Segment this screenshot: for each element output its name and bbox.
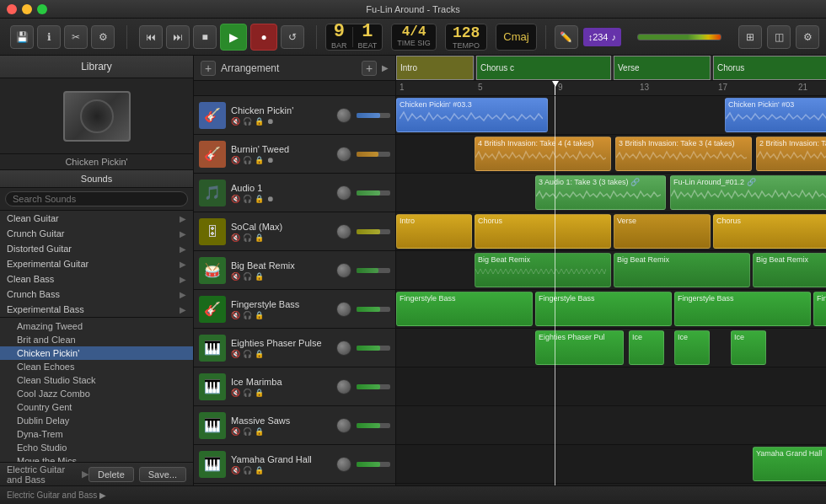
mute-btn-9[interactable]: 🔇: [231, 427, 240, 436]
track-vol-9[interactable]: [357, 423, 390, 428]
category-clean-guitar[interactable]: Clean Guitar ▶: [0, 211, 193, 226]
minimize-button[interactable]: [22, 4, 32, 14]
clip-intro[interactable]: Intro: [396, 214, 472, 249]
track-header-massive-saws[interactable]: 🎹 Massive Saws 🔇 🎧 🔒: [194, 406, 395, 445]
clip-bass-3[interactable]: Fingerstyle Bass: [674, 292, 811, 326]
lane-string-ensemble[interactable]: [396, 484, 826, 485]
mixer-button[interactable]: ⊞: [738, 25, 762, 49]
track-vol-8[interactable]: [357, 384, 390, 389]
lock-btn-1[interactable]: 🔒: [255, 117, 264, 126]
track-pan-4[interactable]: [336, 224, 351, 239]
track-vol-1[interactable]: [357, 113, 390, 118]
chorus-section2[interactable]: Chorus: [713, 56, 826, 80]
clip-audio-2[interactable]: Fu-Lin Around_#01.2 🔗: [670, 175, 826, 210]
preset-amazing-tweed[interactable]: Amazing Tweed: [0, 319, 193, 333]
clip-british-3[interactable]: 2 British Invasion: Take 2 (4 takes): [756, 137, 826, 171]
solo-btn-1[interactable]: 🎧: [243, 117, 252, 126]
delete-button[interactable]: Delete: [88, 467, 134, 482]
track-pan-10[interactable]: [336, 457, 351, 472]
solo-btn-3[interactable]: 🎧: [243, 195, 252, 203]
collapse-button[interactable]: ▶: [382, 63, 389, 72]
solo-btn-10[interactable]: 🎧: [243, 466, 252, 475]
lock-btn-5[interactable]: 🔒: [255, 272, 264, 281]
position-display[interactable]: 9 BAR 1 BEAT: [325, 24, 383, 51]
settings-button[interactable]: ⚙: [91, 25, 115, 49]
track-header-socal[interactable]: 🎛 SoCal (Max) 🔇 🎧 🔒: [194, 212, 395, 251]
mute-btn-6[interactable]: 🔇: [231, 311, 240, 319]
track-header-fingerstyle-bass[interactable]: 🎸 Fingerstyle Bass 🔇 🎧 🔒: [194, 290, 395, 329]
clip-british-2[interactable]: 3 British Invasion: Take 3 (4 takes): [615, 137, 752, 171]
lane-burnin-tweed[interactable]: 4 British Invasion: Take 4 (4 takes) 3 B…: [396, 135, 826, 174]
clip-chicken-2[interactable]: Chicken Pickin' #03: [725, 98, 826, 132]
lane-audio1[interactable]: 3 Audio 1: Take 3 (3 takes) 🔗 Fu-Lin Aro…: [396, 174, 826, 212]
clip-verse[interactable]: Verse: [614, 214, 711, 249]
master-volume[interactable]: [637, 34, 721, 40]
preset-dublin-delay[interactable]: Dublin Delay: [0, 414, 193, 427]
track-vol-6[interactable]: [357, 307, 390, 312]
clip-chicken-1[interactable]: Chicken Pickin' #03.3: [396, 98, 548, 132]
time-sig-display[interactable]: 4/4 TIME SIG: [391, 24, 437, 51]
mute-btn-1[interactable]: 🔇: [231, 117, 240, 126]
track-header-burnin-tweed[interactable]: 🎸 Burnin' Tweed 🔇 🎧 🔒 ⏺: [194, 135, 395, 174]
chorus-section[interactable]: Chorus c: [476, 56, 611, 80]
track-vol-5[interactable]: [357, 268, 390, 273]
mute-btn-5[interactable]: 🔇: [231, 272, 240, 281]
track-header-big-beat[interactable]: 🥁 Big Beat Remix 🔇 🎧 🔒: [194, 251, 395, 290]
solo-btn-6[interactable]: 🎧: [243, 311, 252, 319]
add-track-button[interactable]: +: [201, 61, 216, 76]
lock-btn-4[interactable]: 🔒: [255, 233, 264, 242]
clip-chorus2[interactable]: Chorus: [713, 214, 826, 249]
tempo-display[interactable]: 128 TEMPO: [445, 24, 487, 51]
clip-bigbeat-2[interactable]: Big Beat Remix: [614, 253, 750, 287]
lock-btn-7[interactable]: 🔒: [255, 350, 264, 358]
track-pan-8[interactable]: [336, 379, 351, 394]
track-vol-10[interactable]: [357, 462, 390, 467]
lane-eighties-phaser[interactable]: Eighties Phaser Pul Ice Ice Ice: [396, 329, 826, 367]
clip-bass-1[interactable]: Fingerstyle Bass: [396, 292, 533, 326]
track-header-string-ensemble[interactable]: 🎻 String Ensemble 🔇 🎧 🔒: [194, 484, 395, 485]
key-display[interactable]: Cmaj: [496, 24, 536, 51]
close-button[interactable]: [7, 4, 17, 14]
rec-arm-btn-1[interactable]: ⏺: [266, 117, 274, 126]
category-crunch-guitar[interactable]: Crunch Guitar ▶: [0, 226, 193, 241]
track-header-audio1[interactable]: 🎵 Audio 1 🔇 🎧 🔒 ⏺: [194, 174, 395, 212]
fast-forward-button[interactable]: ⏭: [166, 25, 190, 49]
category-clean-bass[interactable]: Clean Bass ▶: [0, 271, 193, 287]
rec-arm-btn-2[interactable]: ⏺: [266, 156, 274, 164]
solo-btn-5[interactable]: 🎧: [243, 272, 252, 281]
category-experimental-guitar[interactable]: Experimental Guitar ▶: [0, 256, 193, 271]
preset-clean-echoes[interactable]: Clean Echoes: [0, 360, 193, 373]
preset-move-the-mics[interactable]: Move the Mics: [0, 454, 193, 462]
preset-clean-studio-stack[interactable]: Clean Studio Stack: [0, 373, 193, 387]
lane-massive-saws[interactable]: [396, 406, 826, 445]
clip-bass-2[interactable]: Fingerstyle Bass: [535, 292, 672, 326]
lock-btn-10[interactable]: 🔒: [255, 466, 264, 475]
preset-chicken-pickin[interactable]: Chicken Pickin': [0, 346, 193, 360]
track-pan-7[interactable]: [336, 340, 351, 356]
save-button[interactable]: 💾: [10, 25, 34, 49]
rewind-button[interactable]: ⏮: [139, 25, 163, 49]
clip-bass-4[interactable]: Fingerstyle Bass: [813, 292, 826, 326]
stop-button[interactable]: ■: [193, 25, 217, 49]
clip-bigbeat-3[interactable]: Big Beat Remix: [753, 253, 826, 287]
preset-cool-jazz-combo[interactable]: Cool Jazz Combo: [0, 387, 193, 400]
track-pan-1[interactable]: [336, 108, 351, 123]
lock-btn-6[interactable]: 🔒: [255, 311, 264, 319]
rec-arm-btn-3[interactable]: ⏺: [266, 195, 274, 203]
track-pan-6[interactable]: [336, 302, 351, 317]
add-section-button[interactable]: +: [362, 61, 377, 76]
smart-controls-button[interactable]: ⚙: [796, 25, 819, 49]
browser-button[interactable]: ◫: [767, 25, 791, 49]
clip-audio-1[interactable]: 3 Audio 1: Take 3 (3 takes) 🔗: [535, 175, 666, 210]
category-distorted-guitar[interactable]: Distorted Guitar ▶: [0, 241, 193, 256]
solo-btn-4[interactable]: 🎧: [243, 233, 252, 242]
verse-section[interactable]: Verse: [614, 56, 711, 80]
clip-ice-1[interactable]: Ice: [629, 330, 664, 365]
mute-btn-3[interactable]: 🔇: [231, 195, 240, 203]
mute-btn-8[interactable]: 🔇: [231, 389, 240, 397]
mute-btn-4[interactable]: 🔇: [231, 233, 240, 242]
search-input[interactable]: [5, 191, 188, 206]
mute-btn-7[interactable]: 🔇: [231, 350, 240, 358]
save-preset-button[interactable]: Save...: [139, 467, 186, 482]
track-pan-3[interactable]: [336, 185, 351, 201]
